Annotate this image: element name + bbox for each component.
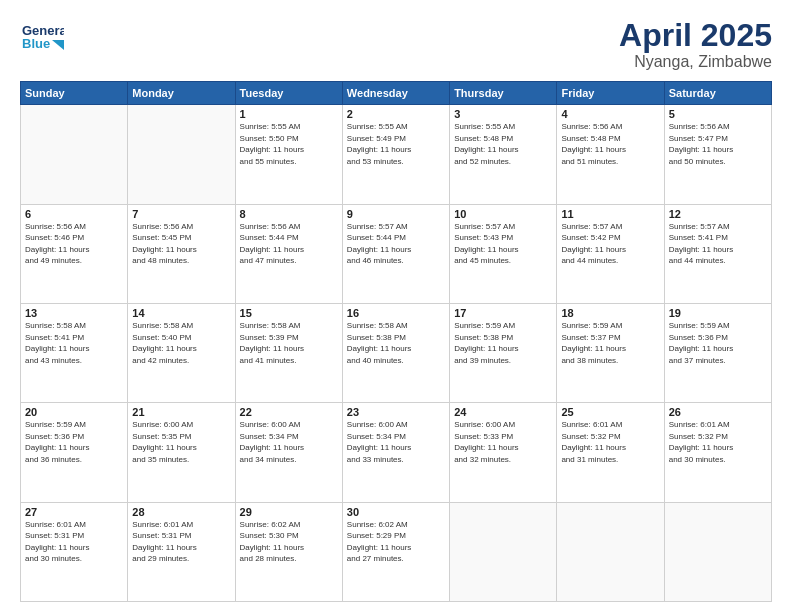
cell-content: Sunrise: 5:56 AM Sunset: 5:44 PM Dayligh… <box>240 221 338 267</box>
cell-content: Sunrise: 6:00 AM Sunset: 5:34 PM Dayligh… <box>347 419 445 465</box>
calendar-cell: 23Sunrise: 6:00 AM Sunset: 5:34 PM Dayli… <box>342 403 449 502</box>
day-number: 8 <box>240 208 338 220</box>
cell-content: Sunrise: 6:00 AM Sunset: 5:34 PM Dayligh… <box>240 419 338 465</box>
calendar-header-monday: Monday <box>128 82 235 105</box>
day-number: 17 <box>454 307 552 319</box>
calendar-cell: 6Sunrise: 5:56 AM Sunset: 5:46 PM Daylig… <box>21 204 128 303</box>
cell-content: Sunrise: 6:00 AM Sunset: 5:33 PM Dayligh… <box>454 419 552 465</box>
day-number: 10 <box>454 208 552 220</box>
cell-content: Sunrise: 5:59 AM Sunset: 5:37 PM Dayligh… <box>561 320 659 366</box>
day-number: 2 <box>347 108 445 120</box>
day-number: 27 <box>25 506 123 518</box>
cell-content: Sunrise: 5:58 AM Sunset: 5:38 PM Dayligh… <box>347 320 445 366</box>
calendar-cell: 16Sunrise: 5:58 AM Sunset: 5:38 PM Dayli… <box>342 303 449 402</box>
calendar-week-row: 1Sunrise: 5:55 AM Sunset: 5:50 PM Daylig… <box>21 105 772 204</box>
calendar-week-row: 13Sunrise: 5:58 AM Sunset: 5:41 PM Dayli… <box>21 303 772 402</box>
cell-content: Sunrise: 6:02 AM Sunset: 5:30 PM Dayligh… <box>240 519 338 565</box>
day-number: 7 <box>132 208 230 220</box>
calendar-cell: 21Sunrise: 6:00 AM Sunset: 5:35 PM Dayli… <box>128 403 235 502</box>
calendar-header-tuesday: Tuesday <box>235 82 342 105</box>
day-number: 26 <box>669 406 767 418</box>
title-block: April 2025 Nyanga, Zimbabwe <box>619 18 772 71</box>
calendar-cell: 13Sunrise: 5:58 AM Sunset: 5:41 PM Dayli… <box>21 303 128 402</box>
calendar-cell: 30Sunrise: 6:02 AM Sunset: 5:29 PM Dayli… <box>342 502 449 601</box>
calendar-cell: 24Sunrise: 6:00 AM Sunset: 5:33 PM Dayli… <box>450 403 557 502</box>
day-number: 6 <box>25 208 123 220</box>
header: General Blue April 2025 Nyanga, Zimbabwe <box>20 18 772 71</box>
day-number: 19 <box>669 307 767 319</box>
day-number: 24 <box>454 406 552 418</box>
calendar-cell: 2Sunrise: 5:55 AM Sunset: 5:49 PM Daylig… <box>342 105 449 204</box>
day-number: 13 <box>25 307 123 319</box>
calendar-cell: 25Sunrise: 6:01 AM Sunset: 5:32 PM Dayli… <box>557 403 664 502</box>
day-number: 15 <box>240 307 338 319</box>
calendar-cell: 28Sunrise: 6:01 AM Sunset: 5:31 PM Dayli… <box>128 502 235 601</box>
day-number: 28 <box>132 506 230 518</box>
calendar-cell: 26Sunrise: 6:01 AM Sunset: 5:32 PM Dayli… <box>664 403 771 502</box>
calendar-header-saturday: Saturday <box>664 82 771 105</box>
calendar-header-wednesday: Wednesday <box>342 82 449 105</box>
calendar-header-sunday: Sunday <box>21 82 128 105</box>
calendar-table: SundayMondayTuesdayWednesdayThursdayFrid… <box>20 81 772 602</box>
day-number: 16 <box>347 307 445 319</box>
cell-content: Sunrise: 5:56 AM Sunset: 5:46 PM Dayligh… <box>25 221 123 267</box>
calendar-cell <box>128 105 235 204</box>
cell-content: Sunrise: 5:59 AM Sunset: 5:38 PM Dayligh… <box>454 320 552 366</box>
cell-content: Sunrise: 5:55 AM Sunset: 5:48 PM Dayligh… <box>454 121 552 167</box>
day-number: 22 <box>240 406 338 418</box>
calendar-cell: 10Sunrise: 5:57 AM Sunset: 5:43 PM Dayli… <box>450 204 557 303</box>
calendar-cell: 18Sunrise: 5:59 AM Sunset: 5:37 PM Dayli… <box>557 303 664 402</box>
day-number: 30 <box>347 506 445 518</box>
location: Nyanga, Zimbabwe <box>619 53 772 71</box>
cell-content: Sunrise: 6:01 AM Sunset: 5:31 PM Dayligh… <box>25 519 123 565</box>
calendar-cell: 19Sunrise: 5:59 AM Sunset: 5:36 PM Dayli… <box>664 303 771 402</box>
calendar-cell: 8Sunrise: 5:56 AM Sunset: 5:44 PM Daylig… <box>235 204 342 303</box>
calendar-week-row: 27Sunrise: 6:01 AM Sunset: 5:31 PM Dayli… <box>21 502 772 601</box>
day-number: 3 <box>454 108 552 120</box>
month-title: April 2025 <box>619 18 772 53</box>
cell-content: Sunrise: 5:58 AM Sunset: 5:40 PM Dayligh… <box>132 320 230 366</box>
day-number: 18 <box>561 307 659 319</box>
day-number: 29 <box>240 506 338 518</box>
calendar-header-row: SundayMondayTuesdayWednesdayThursdayFrid… <box>21 82 772 105</box>
cell-content: Sunrise: 5:55 AM Sunset: 5:49 PM Dayligh… <box>347 121 445 167</box>
day-number: 4 <box>561 108 659 120</box>
cell-content: Sunrise: 5:57 AM Sunset: 5:42 PM Dayligh… <box>561 221 659 267</box>
cell-content: Sunrise: 5:57 AM Sunset: 5:43 PM Dayligh… <box>454 221 552 267</box>
cell-content: Sunrise: 6:02 AM Sunset: 5:29 PM Dayligh… <box>347 519 445 565</box>
calendar-cell <box>557 502 664 601</box>
calendar-cell: 11Sunrise: 5:57 AM Sunset: 5:42 PM Dayli… <box>557 204 664 303</box>
calendar-header-friday: Friday <box>557 82 664 105</box>
cell-content: Sunrise: 5:59 AM Sunset: 5:36 PM Dayligh… <box>669 320 767 366</box>
day-number: 9 <box>347 208 445 220</box>
cell-content: Sunrise: 5:56 AM Sunset: 5:48 PM Dayligh… <box>561 121 659 167</box>
calendar-cell: 22Sunrise: 6:00 AM Sunset: 5:34 PM Dayli… <box>235 403 342 502</box>
cell-content: Sunrise: 5:59 AM Sunset: 5:36 PM Dayligh… <box>25 419 123 465</box>
cell-content: Sunrise: 5:57 AM Sunset: 5:41 PM Dayligh… <box>669 221 767 267</box>
cell-content: Sunrise: 5:57 AM Sunset: 5:44 PM Dayligh… <box>347 221 445 267</box>
calendar-week-row: 6Sunrise: 5:56 AM Sunset: 5:46 PM Daylig… <box>21 204 772 303</box>
cell-content: Sunrise: 6:01 AM Sunset: 5:32 PM Dayligh… <box>561 419 659 465</box>
calendar-cell: 12Sunrise: 5:57 AM Sunset: 5:41 PM Dayli… <box>664 204 771 303</box>
calendar-cell: 5Sunrise: 5:56 AM Sunset: 5:47 PM Daylig… <box>664 105 771 204</box>
calendar-week-row: 20Sunrise: 5:59 AM Sunset: 5:36 PM Dayli… <box>21 403 772 502</box>
cell-content: Sunrise: 5:56 AM Sunset: 5:45 PM Dayligh… <box>132 221 230 267</box>
day-number: 25 <box>561 406 659 418</box>
cell-content: Sunrise: 5:55 AM Sunset: 5:50 PM Dayligh… <box>240 121 338 167</box>
svg-text:Blue: Blue <box>22 36 50 51</box>
calendar-cell <box>450 502 557 601</box>
day-number: 21 <box>132 406 230 418</box>
logo: General Blue <box>20 18 66 56</box>
calendar-cell: 14Sunrise: 5:58 AM Sunset: 5:40 PM Dayli… <box>128 303 235 402</box>
calendar-cell: 15Sunrise: 5:58 AM Sunset: 5:39 PM Dayli… <box>235 303 342 402</box>
day-number: 12 <box>669 208 767 220</box>
calendar-cell: 4Sunrise: 5:56 AM Sunset: 5:48 PM Daylig… <box>557 105 664 204</box>
page: General Blue April 2025 Nyanga, Zimbabwe… <box>0 0 792 612</box>
day-number: 14 <box>132 307 230 319</box>
day-number: 5 <box>669 108 767 120</box>
day-number: 20 <box>25 406 123 418</box>
cell-content: Sunrise: 5:58 AM Sunset: 5:41 PM Dayligh… <box>25 320 123 366</box>
cell-content: Sunrise: 6:00 AM Sunset: 5:35 PM Dayligh… <box>132 419 230 465</box>
calendar-cell: 1Sunrise: 5:55 AM Sunset: 5:50 PM Daylig… <box>235 105 342 204</box>
calendar-cell: 9Sunrise: 5:57 AM Sunset: 5:44 PM Daylig… <box>342 204 449 303</box>
